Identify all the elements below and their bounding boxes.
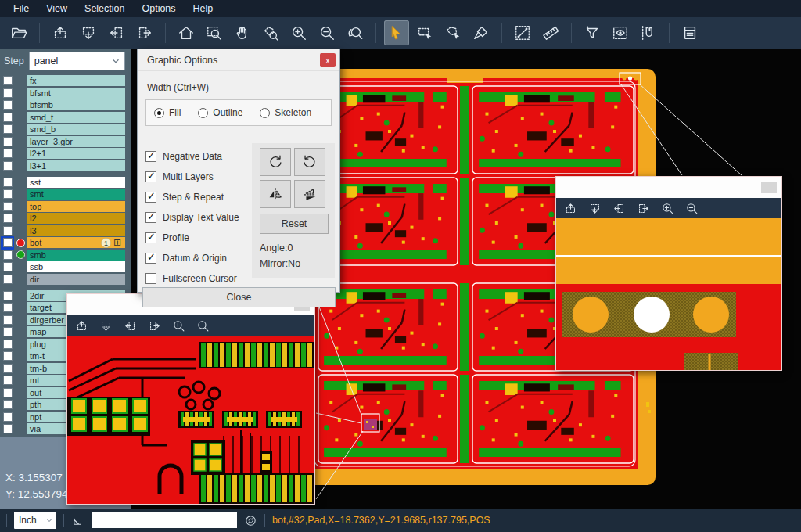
zoom-detail-window-1[interactable] (66, 293, 315, 505)
layer-row-dir[interactable]: dir (0, 274, 131, 285)
report-list-button[interactable] (677, 20, 702, 45)
command-input[interactable] (92, 512, 237, 528)
layer-visibility-checkbox[interactable] (3, 303, 13, 312)
layer-row-smb[interactable]: smb (0, 250, 131, 261)
menu-selection[interactable]: Selection (76, 0, 133, 17)
layer-row-layer_3.gbr[interactable]: layer_3.gbr (0, 136, 131, 147)
pan-right-button[interactable] (132, 20, 157, 45)
radio-outline[interactable]: Outline (198, 107, 242, 118)
window-button[interactable] (761, 182, 777, 193)
filter-button[interactable] (580, 20, 605, 45)
zoom-out-button[interactable] (314, 20, 339, 45)
pan-left-button[interactable] (121, 317, 138, 334)
layer-visibility-checkbox[interactable] (3, 327, 13, 336)
checkbox-datum-origin[interactable]: Datum & Origin (145, 248, 247, 268)
open-folder-button[interactable] (6, 20, 31, 45)
zoom-window-content[interactable] (556, 218, 781, 370)
layer-visibility-checkbox[interactable] (3, 137, 13, 146)
close-button[interactable]: Close (142, 287, 336, 307)
layer-row-l2[interactable]: l2 (0, 213, 131, 224)
layer-visibility-checkbox[interactable] (3, 291, 13, 300)
layer-row-sst[interactable]: sst (0, 177, 131, 188)
pan-left-button[interactable] (104, 20, 129, 45)
rotate-ccw-button[interactable] (294, 148, 325, 176)
zoom-in-button[interactable] (659, 200, 676, 217)
measure-distance-button[interactable] (510, 20, 535, 45)
pan-up-button[interactable] (73, 317, 90, 334)
layer-visibility-checkbox[interactable] (3, 226, 13, 235)
layer-row-bot[interactable]: bot1⊞ (0, 237, 131, 248)
layer-visibility-checkbox[interactable] (3, 88, 13, 98)
checkbox-profile[interactable]: Profile (145, 228, 247, 248)
layer-visibility-checkbox[interactable] (3, 76, 13, 85)
layer-visibility-checkbox[interactable] (3, 364, 13, 373)
zoom-undo-button[interactable] (343, 20, 368, 45)
layer-visibility-checkbox[interactable] (3, 315, 13, 325)
pan-down-button[interactable] (76, 20, 101, 45)
ruler-button[interactable] (538, 20, 563, 45)
home-button[interactable] (174, 20, 199, 45)
rect-select-button[interactable] (412, 20, 437, 45)
step-select[interactable]: panel (29, 52, 125, 70)
layer-visibility-checkbox[interactable] (3, 424, 13, 433)
layer-visibility-checkbox[interactable] (3, 238, 13, 247)
layer-row-fx[interactable]: fx (0, 75, 131, 86)
layer-visibility-checkbox[interactable] (3, 376, 13, 385)
checkbox-fullscreen-cursor[interactable]: Fullscreen Cursor (145, 268, 247, 289)
pan-up-button[interactable] (562, 200, 579, 217)
pan-up-button[interactable] (48, 20, 73, 45)
view-eye-button[interactable] (608, 20, 633, 45)
snap-magnet-button[interactable] (636, 20, 661, 45)
layer-row-smt[interactable]: smt (0, 189, 131, 200)
layer-row-smd_t[interactable]: smd_t (0, 112, 131, 123)
pan-down-button[interactable] (586, 200, 603, 217)
menu-file[interactable]: File (5, 0, 38, 17)
pan-right-button[interactable] (145, 317, 163, 334)
layer-visibility-checkbox[interactable] (3, 400, 13, 409)
radio-fill[interactable]: Fill (154, 107, 181, 118)
layer-visibility-checkbox[interactable] (3, 214, 13, 223)
zoom-in-button[interactable] (286, 20, 311, 45)
layer-row-l3+1[interactable]: l3+1 (0, 160, 131, 171)
zoom-detail-window-2[interactable] (555, 176, 782, 371)
pan-hand-button[interactable] (230, 20, 255, 45)
pan-left-button[interactable] (610, 200, 627, 217)
select-arrow-button[interactable] (384, 20, 409, 45)
layer-row-l3[interactable]: l3 (0, 225, 131, 236)
layer-row-bfsmb[interactable]: bfsmb (0, 99, 131, 110)
zoom-out-button[interactable] (194, 317, 211, 334)
zoom-in-button[interactable] (170, 317, 187, 334)
polygon-select-button[interactable] (440, 20, 465, 45)
layer-visibility-checkbox[interactable] (3, 388, 13, 397)
layer-visibility-checkbox[interactable] (3, 124, 13, 134)
layer-visibility-checkbox[interactable] (3, 113, 13, 122)
layer-visibility-checkbox[interactable] (3, 100, 13, 110)
clear-brush-button[interactable] (469, 20, 494, 45)
flip-h-button[interactable] (260, 180, 291, 208)
zoom-window-button[interactable] (202, 20, 227, 45)
checkbox-step-repeat[interactable]: Step & Repeat (145, 187, 247, 207)
rotate-cw-button[interactable] (260, 148, 291, 176)
layer-visibility-checkbox[interactable] (3, 149, 13, 158)
zoom-polygon-button[interactable] (258, 20, 283, 45)
layer-visibility-checkbox[interactable] (3, 412, 13, 422)
menu-options[interactable]: Options (133, 0, 184, 17)
sync-icon[interactable] (244, 514, 257, 527)
layer-row-bfsmt[interactable]: bfsmt (0, 88, 131, 99)
checkbox-negative-data[interactable]: Negative Data (145, 146, 247, 167)
flip-v-button[interactable] (294, 180, 325, 208)
zoom-window-titlebar[interactable] (556, 177, 781, 198)
layer-visibility-checkbox[interactable] (3, 275, 13, 284)
menu-view[interactable]: View (38, 0, 76, 17)
pan-right-button[interactable] (634, 200, 652, 217)
layer-visibility-checkbox[interactable] (3, 178, 13, 187)
menu-help[interactable]: Help (185, 0, 222, 17)
layer-row-l2+1[interactable]: l2+1 (0, 148, 131, 159)
checkbox-display-text-value[interactable]: Display Text Value (145, 207, 247, 228)
radio-skeleton[interactable]: Skeleton (260, 107, 311, 118)
dialog-close-button[interactable]: x (320, 53, 336, 67)
reset-button[interactable]: Reset (260, 214, 329, 234)
layer-row-top[interactable]: top (0, 201, 131, 212)
layer-visibility-checkbox[interactable] (3, 250, 13, 260)
layer-visibility-checkbox[interactable] (3, 351, 13, 361)
